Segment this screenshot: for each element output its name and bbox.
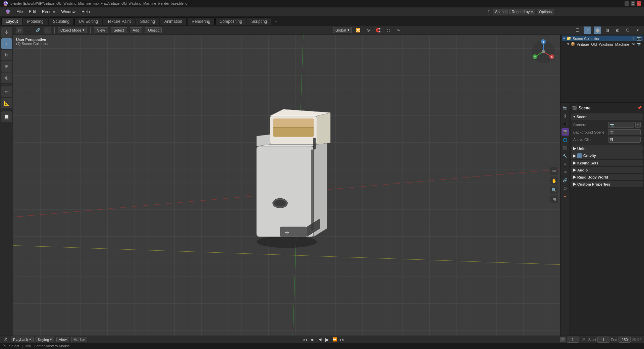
- viewport-shading-material[interactable]: ◑: [604, 27, 611, 34]
- transform-icon[interactable]: 🔀: [355, 27, 362, 34]
- view-layer-prop-icon[interactable]: ⊞: [561, 120, 569, 128]
- go-to-start-btn[interactable]: ⏮: [302, 336, 309, 343]
- go-to-end-btn[interactable]: ⏭: [339, 336, 345, 343]
- keying-sets-header[interactable]: ▶ Keying Sets: [571, 160, 643, 166]
- data-prop-icon[interactable]: ⬡: [561, 185, 569, 192]
- mode-icon-4[interactable]: ⊞: [44, 27, 51, 34]
- timeline-type-icon[interactable]: ⏱: [3, 337, 9, 343]
- annotate-tool[interactable]: ✏: [1, 86, 12, 97]
- viewport-shading-solid[interactable]: ⬤: [594, 27, 601, 34]
- scene-prop-icon[interactable]: 🎬: [561, 128, 569, 136]
- cursor-tool[interactable]: ✛: [1, 27, 12, 38]
- current-frame-input[interactable]: [567, 337, 579, 343]
- gravity-section-header[interactable]: ▶ ✓ Gravity: [571, 152, 643, 159]
- view-menu[interactable]: View: [56, 337, 69, 342]
- ortho-btn[interactable]: ⊞: [550, 195, 558, 203]
- pivot-icon[interactable]: ⊙: [365, 27, 372, 34]
- tab-compositing[interactable]: Compositing: [215, 17, 247, 25]
- 3d-viewport[interactable]: ✛ User Perspective (1) Scene Collection …: [13, 35, 560, 336]
- mode-dropdown[interactable]: Object Mode ▾: [58, 27, 87, 33]
- measure-tool[interactable]: 📐: [1, 98, 12, 108]
- zoom-btn[interactable]: 🔍: [550, 186, 558, 194]
- camera-edit-btn[interactable]: ✏: [635, 122, 641, 128]
- camera-value[interactable]: 📷: [608, 122, 634, 128]
- viewport-shading-rendered[interactable]: ◐: [614, 27, 621, 34]
- menu-file[interactable]: File: [14, 9, 25, 15]
- marker-menu[interactable]: Marker: [71, 337, 87, 342]
- menu-render[interactable]: Render: [39, 9, 58, 15]
- scale-tool[interactable]: ⊞: [1, 61, 12, 72]
- view-menu[interactable]: View: [94, 27, 108, 33]
- background-scene-value[interactable]: 🎬: [608, 129, 641, 135]
- custom-props-header[interactable]: ▶ Custom Properties: [571, 181, 643, 187]
- prev-keyframe-btn[interactable]: ⏭: [309, 336, 316, 343]
- tab-sculpting[interactable]: Sculpting: [49, 17, 74, 25]
- render-layer-selector[interactable]: RenderLayer: [509, 9, 535, 14]
- tab-layout[interactable]: Layout: [1, 17, 22, 25]
- rigid-body-header[interactable]: ▶ Rigid Body World: [571, 174, 643, 180]
- physics-prop-icon[interactable]: ⚛: [561, 168, 569, 176]
- close-button[interactable]: ✕: [637, 1, 641, 6]
- audio-section-header[interactable]: ▶ Audio: [571, 167, 643, 173]
- falloff-icon[interactable]: ∿: [395, 27, 402, 34]
- world-prop-icon[interactable]: 🌐: [561, 136, 569, 144]
- gizmo-icon[interactable]: ↗: [584, 27, 591, 34]
- keying-menu[interactable]: Keying ▾: [36, 337, 55, 342]
- scene-section-header[interactable]: ▾ Scene: [571, 113, 643, 120]
- scene-collection-row[interactable]: ▾ 📁 Scene Collection 👁 📷: [562, 36, 643, 41]
- add-menu[interactable]: Add: [130, 27, 143, 33]
- tab-shading[interactable]: Shading: [136, 17, 159, 25]
- viewport-settings[interactable]: ▾: [634, 27, 641, 34]
- tab-scripting[interactable]: Scripting: [247, 17, 271, 25]
- prop-pin-icon[interactable]: 📌: [637, 106, 642, 110]
- mode-icon-2[interactable]: ⊕: [25, 27, 32, 34]
- menu-blender[interactable]: 🔮: [3, 9, 13, 15]
- play-reverse-btn[interactable]: ◀: [317, 336, 323, 343]
- tab-uv-editing[interactable]: UV Editing: [74, 17, 102, 25]
- move-tool[interactable]: ↕: [1, 38, 12, 49]
- mode-icon-1[interactable]: ▷: [16, 27, 23, 34]
- output-prop-icon[interactable]: 🖨: [561, 112, 569, 119]
- mode-icon-3[interactable]: 🔗: [35, 27, 42, 34]
- units-section-header[interactable]: ▶ Units: [571, 145, 643, 152]
- tab-add-button[interactable]: +: [272, 17, 280, 25]
- constraints-prop-icon[interactable]: 🔗: [561, 177, 569, 184]
- options-button[interactable]: Options: [537, 9, 554, 14]
- gravity-checkbox[interactable]: ✓: [577, 153, 582, 158]
- particles-prop-icon[interactable]: ✦: [561, 160, 569, 168]
- modifier-prop-icon[interactable]: 🔧: [561, 152, 569, 160]
- next-keyframe-btn[interactable]: ⏩: [331, 336, 338, 343]
- washing-machine-eye[interactable]: 👁: [632, 42, 635, 46]
- rotate-tool[interactable]: ↻: [1, 50, 12, 60]
- tab-animation[interactable]: Animation: [160, 17, 186, 25]
- start-frame-input[interactable]: [597, 337, 609, 343]
- end-frame-input[interactable]: [619, 337, 631, 343]
- render-prop-icon[interactable]: 📷: [561, 104, 569, 111]
- object-prop-icon[interactable]: ⬛: [561, 144, 569, 152]
- viewport-overlay-icon[interactable]: ☰: [574, 27, 581, 34]
- viewport-shading-wireframe[interactable]: ⬡: [624, 27, 631, 34]
- navigation-gizmo[interactable]: Z X Y: [530, 38, 557, 65]
- hand-tool-btn[interactable]: ✋: [550, 177, 558, 185]
- minimize-button[interactable]: —: [625, 1, 629, 6]
- active-clip-value[interactable]: 🎞: [608, 137, 641, 143]
- tab-modeling[interactable]: Modeling: [23, 17, 48, 25]
- washing-machine-render-icon[interactable]: 📷: [637, 42, 641, 46]
- maximize-button[interactable]: ☐: [631, 1, 635, 6]
- scene-selector[interactable]: Scene: [493, 9, 508, 14]
- menu-window[interactable]: Window: [58, 9, 78, 15]
- play-btn[interactable]: ▶: [324, 336, 331, 343]
- menu-edit[interactable]: Edit: [26, 9, 39, 15]
- camera-view-btn[interactable]: 👁: [550, 167, 558, 175]
- snap-icon[interactable]: 🧲: [375, 27, 382, 34]
- transform-tool[interactable]: ⊕: [1, 72, 12, 83]
- add-cube-tool[interactable]: 🔲: [1, 111, 12, 122]
- tab-rendering[interactable]: Rendering: [187, 17, 214, 25]
- playback-menu[interactable]: Playback ▾: [11, 337, 34, 342]
- scene-collection-render[interactable]: 📷: [637, 36, 641, 41]
- menu-help[interactable]: Help: [79, 9, 93, 15]
- tab-texture-paint[interactable]: Texture Paint: [103, 17, 135, 25]
- select-menu[interactable]: Select: [111, 27, 127, 33]
- global-dropdown[interactable]: Global ▾: [333, 27, 352, 33]
- proportional-icon[interactable]: ◎: [385, 27, 392, 34]
